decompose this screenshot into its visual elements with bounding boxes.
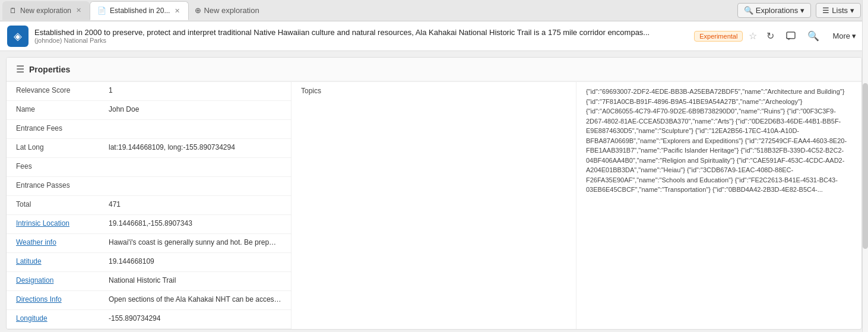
main-content: ☰ Properties Relevance Score 1 Name John… <box>6 57 862 330</box>
tab-new-exploration-2[interactable]: ⊕ New exploration <box>189 1 265 20</box>
prop-value-entrance-passes <box>102 177 291 195</box>
properties-grid: Relevance Score 1 Name John Doe Entrance… <box>7 81 861 329</box>
tab-bar-right: 🔍 Explorations ▾ ☰ Lists ▾ <box>737 3 866 18</box>
properties-title: Properties <box>29 65 70 74</box>
top-bar: ◈ Established in 2000 to preserve, prote… <box>0 21 868 51</box>
tab-close-2[interactable]: ✕ <box>173 6 181 16</box>
prop-value-intrinsic-location: 19.1446681,-155.8907343 <box>102 215 291 233</box>
left-column: Relevance Score 1 Name John Doe Entrance… <box>7 82 292 329</box>
table-row: Entrance Passes <box>7 177 291 196</box>
prop-value-longitude: -155.890734294 <box>102 310 291 328</box>
experimental-badge: Experimental <box>694 31 743 42</box>
tab-new-label: New exploration <box>204 6 259 15</box>
prop-label-designation[interactable]: Designation <box>7 272 102 290</box>
tab-new-exploration-1[interactable]: 🗒 New exploration ✕ <box>2 1 90 20</box>
table-row: Entrance Fees <box>7 120 291 139</box>
table-row: Intrinsic Location 19.1446681,-155.89073… <box>7 215 291 234</box>
prop-label-intrinsic-location[interactable]: Intrinsic Location <box>7 215 102 233</box>
prop-value-total: 471 <box>102 196 291 214</box>
table-row: Lat Long lat:19.144668109, long:-155.890… <box>7 139 291 158</box>
table-row: Directions Info Open sections of the Ala… <box>7 291 291 310</box>
prop-label-weather-info[interactable]: Weather info <box>7 234 102 252</box>
prop-value-latitude: 19.144668109 <box>102 253 291 271</box>
prop-value-entrance-fees <box>102 120 291 138</box>
table-row: Total 471 <box>7 196 291 215</box>
prop-label-entrance-passes: Entrance Passes <box>7 177 102 195</box>
lists-dropdown-icon: ▾ <box>850 6 854 15</box>
search-button[interactable]: 🔍 <box>804 27 823 45</box>
refresh-button[interactable]: ↻ <box>763 27 778 45</box>
page-subtitle: (johndoe) National Parks <box>34 37 688 44</box>
explorations-button[interactable]: 🔍 Explorations ▾ <box>737 3 812 18</box>
prop-value-weather-info: Hawai'i's coast is generally sunny and h… <box>102 234 291 252</box>
plus-icon: ⊕ <box>195 6 201 15</box>
table-row: Name John Doe <box>7 101 291 120</box>
comment-button[interactable] <box>783 28 799 45</box>
prop-label-latitude[interactable]: Latitude <box>7 253 102 271</box>
explorations-dropdown-icon: ▾ <box>800 6 804 15</box>
app-icon: ◈ <box>7 26 28 47</box>
explorations-label: Explorations <box>756 6 799 15</box>
prop-label-total: Total <box>7 196 102 214</box>
scrollbar-thumb[interactable] <box>863 83 868 249</box>
prop-value-relevance: 1 <box>102 82 291 100</box>
prop-label-relevance: Relevance Score <box>7 82 102 100</box>
topics-content: {"id":"69693007-2DF2-4EDE-BB3B-A25EBA72B… <box>586 88 847 193</box>
top-bar-actions: ↻ 🔍 More ▾ <box>763 27 861 45</box>
tab-bar: 🗒 New exploration ✕ 📄 Established in 20.… <box>0 0 868 21</box>
prop-value-designation: National Historic Trail <box>102 272 291 290</box>
table-row: Relevance Score 1 <box>7 82 291 101</box>
table-row: Latitude 19.144668109 <box>7 253 291 272</box>
prop-value-fees <box>102 158 291 176</box>
top-bar-title-area: Established in 2000 to preserve, protect… <box>34 28 688 44</box>
more-button[interactable]: More ▾ <box>828 28 861 44</box>
properties-section-header: ☰ Properties <box>7 58 861 81</box>
tab-close-1[interactable]: ✕ <box>75 5 83 15</box>
lists-label: Lists <box>832 6 848 15</box>
tab-label-1: New exploration <box>20 7 71 15</box>
comment-icon <box>786 31 796 41</box>
table-row: Longitude -155.890734294 <box>7 310 291 329</box>
table-row: Weather info Hawai'i's coast is generall… <box>7 234 291 253</box>
tab-established[interactable]: 📄 Established in 20... ✕ <box>90 1 189 20</box>
prop-label-entrance-fees: Entrance Fees <box>7 120 102 138</box>
scrollbar[interactable] <box>862 0 868 332</box>
topics-label: Topics <box>301 87 566 95</box>
bookmark-icon[interactable]: ☆ <box>749 30 757 42</box>
lists-button[interactable]: ☰ Lists ▾ <box>816 3 861 18</box>
explorations-icon: 🔍 <box>744 6 753 15</box>
properties-list-icon: ☰ <box>16 64 24 75</box>
tab-icon-2: 📄 <box>97 7 106 15</box>
table-row: Designation National Historic Trail <box>7 272 291 291</box>
prop-label-name: Name <box>7 101 102 119</box>
prop-label-fees: Fees <box>7 158 102 176</box>
prop-label-directions-info[interactable]: Directions Info <box>7 291 102 309</box>
prop-value-lat-long: lat:19.144668109, long:-155.890734294 <box>102 139 291 157</box>
more-dropdown-icon: ▾ <box>852 31 856 40</box>
tab-label-2: Established in 20... <box>110 7 170 15</box>
prop-value-directions-info: Open sections of the Ala Kahakai NHT can… <box>102 291 291 309</box>
prop-value-name: John Doe <box>102 101 291 119</box>
prop-label-longitude[interactable]: Longitude <box>7 310 102 328</box>
svg-rect-0 <box>787 32 795 39</box>
middle-column: Topics <box>292 82 576 329</box>
page-title: Established in 2000 to preserve, protect… <box>34 28 688 37</box>
right-column: {"id":"69693007-2DF2-4EDE-BB3B-A25EBA72B… <box>576 82 861 308</box>
lists-icon: ☰ <box>822 6 829 15</box>
tab-icon-1: 🗒 <box>9 7 17 15</box>
more-label: More <box>832 31 850 40</box>
prop-label-lat-long: Lat Long <box>7 139 102 157</box>
table-row: Fees <box>7 158 291 177</box>
